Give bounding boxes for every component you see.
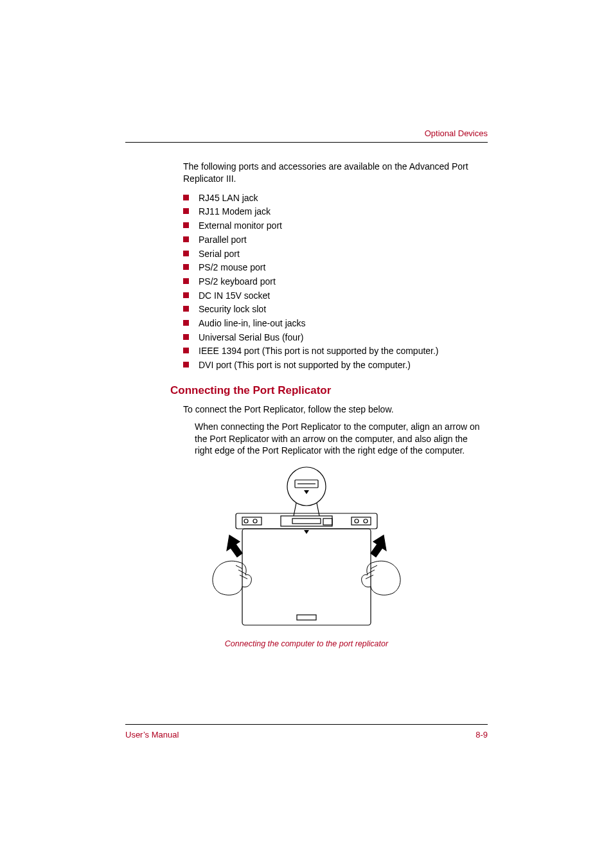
- svg-rect-12: [323, 518, 332, 525]
- list-item: External monitor port: [183, 219, 488, 233]
- page-footer: User’s Manual 8-9: [125, 724, 488, 740]
- svg-marker-16: [304, 530, 309, 534]
- ports-list: RJ45 LAN jack RJ11 Modem jack External m…: [183, 191, 488, 373]
- list-item: RJ11 Modem jack: [183, 205, 488, 219]
- svg-line-4: [294, 503, 296, 516]
- footer-left: User’s Manual: [125, 730, 179, 740]
- svg-line-21: [236, 565, 242, 569]
- svg-marker-19: [227, 535, 242, 557]
- header-section-label: Optional Devices: [125, 128, 488, 138]
- connect-intro: To connect the Port Replicator, follow t…: [183, 403, 488, 416]
- intro-paragraph: The following ports and accessories are …: [183, 161, 488, 185]
- footer-page-number: 8-9: [475, 730, 488, 740]
- svg-line-5: [317, 503, 319, 516]
- svg-point-8: [244, 519, 248, 523]
- list-item: DVI port (This port is not supported by …: [183, 359, 488, 373]
- port-replicator-diagram: [210, 466, 403, 633]
- list-item: Parallel port: [183, 233, 488, 247]
- svg-line-24: [371, 565, 377, 569]
- svg-point-0: [287, 467, 326, 506]
- svg-marker-3: [304, 490, 309, 494]
- footer-rule: [125, 724, 488, 725]
- svg-rect-18: [297, 615, 316, 620]
- list-item: RJ45 LAN jack: [183, 191, 488, 206]
- header-rule: [125, 142, 488, 143]
- svg-point-9: [253, 519, 257, 523]
- svg-point-15: [364, 519, 368, 523]
- svg-line-26: [366, 575, 373, 579]
- page-content: Optional Devices The following ports and…: [125, 128, 488, 746]
- figure-illustration: [125, 466, 488, 633]
- svg-marker-20: [371, 535, 386, 557]
- svg-rect-7: [242, 517, 262, 525]
- list-item: Audio line-in, line-out jacks: [183, 317, 488, 331]
- svg-rect-11: [292, 518, 321, 524]
- section-heading: Connecting the Port Replicator: [170, 384, 488, 397]
- list-item: IEEE 1394 port (This port is not support…: [183, 344, 488, 359]
- svg-rect-17: [242, 529, 371, 625]
- svg-line-23: [240, 575, 247, 579]
- svg-point-14: [355, 519, 359, 523]
- list-item: PS/2 mouse port: [183, 261, 488, 275]
- list-item: Security lock slot: [183, 303, 488, 317]
- connect-step: When connecting the Port Replicator to t…: [195, 421, 488, 457]
- figure-caption: Connecting the computer to the port repl…: [125, 639, 488, 648]
- list-item: PS/2 keyboard port: [183, 275, 488, 289]
- list-item: Serial port: [183, 247, 488, 261]
- list-item: DC IN 15V socket: [183, 289, 488, 303]
- list-item: Universal Serial Bus (four): [183, 331, 488, 345]
